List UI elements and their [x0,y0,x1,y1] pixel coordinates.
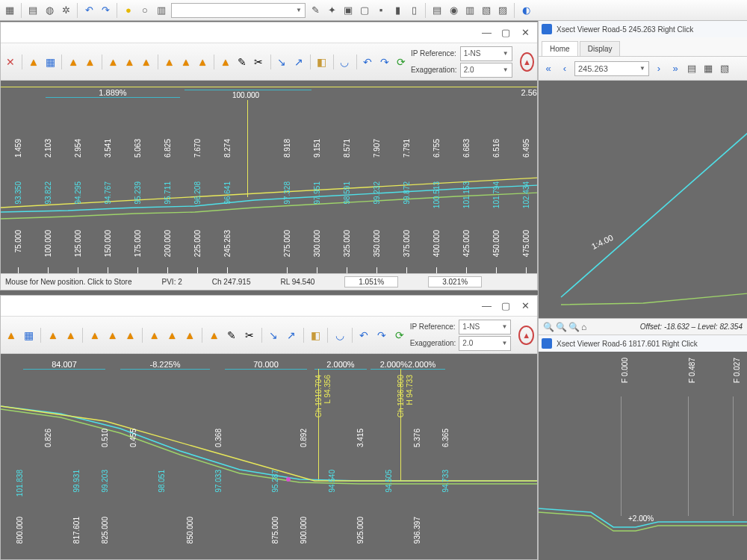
bulb-on-icon[interactable]: ● [122,4,135,17]
refresh-button-2[interactable]: ▲ [518,326,534,345]
maximize-button[interactable]: ▢ [501,27,510,38]
ip2f-icon[interactable]: ▲ [147,324,162,346]
zoom-home-icon[interactable]: ⌂ [581,322,586,332]
xs-tool-a-icon[interactable]: ▤ [685,62,698,75]
zoom-out-icon[interactable]: 🔍 [556,322,567,332]
help-icon[interactable]: ◐ [519,4,533,17]
ip-i-icon[interactable]: ▲ [219,51,232,73]
ip2c-icon[interactable]: ▲ [87,324,102,346]
thin-icon[interactable]: ▯ [407,4,421,17]
minimize-button[interactable]: — [482,27,491,38]
refresh-button[interactable]: ▲ [520,52,534,72]
ip-table-icon[interactable]: ▦ [22,324,37,346]
prev-icon[interactable]: ‹ [558,62,571,75]
undo2-icon[interactable]: ↶ [361,51,374,73]
close-button[interactable]: ✕ [521,300,530,311]
xsect1-canvas[interactable]: 1:4.00 [539,81,747,318]
ip-insert-icon[interactable]: ▲ [27,51,40,73]
ip2e-icon[interactable]: ▲ [123,324,138,346]
chainage-value: 325.000 [343,230,351,257]
undo-icon[interactable]: ↶ [82,4,96,17]
stack2-icon[interactable]: ▧ [480,4,493,17]
ip2h-icon[interactable]: ▲ [182,324,197,346]
ip-insert-icon[interactable]: ▲ [4,324,19,346]
wheel-icon[interactable]: ✲ [59,4,72,17]
eye-icon[interactable]: ◉ [447,4,460,17]
stack3-icon[interactable]: ▨ [496,4,509,17]
close-tool-icon[interactable]: ✕ [4,51,17,73]
cline-icon[interactable]: ↘ [266,324,281,346]
profile-lines-2 [1,354,537,559]
ip-c-icon[interactable]: ▲ [106,51,120,73]
profile-canvas-1[interactable]: 1.889% 2.56 100.000 1.45993.35075.0002.1… [1,81,537,273]
arc2-icon[interactable]: ◡ [332,324,347,346]
zoom-fit-icon[interactable]: 🔍 [568,322,580,332]
level-value: 94.733 [441,470,450,493]
ip-ref-combo[interactable]: 1-NS ▼ [460,46,512,61]
film-icon[interactable]: ▥ [155,4,168,17]
ip2b-icon[interactable]: ▲ [63,324,78,346]
stack-icon[interactable]: ▥ [463,4,477,17]
bulb-off-icon[interactable]: ○ [138,4,152,17]
ip-ref-combo-2[interactable]: 1-NS▼ [459,320,511,335]
refresh-small-icon[interactable]: ⟳ [394,51,408,73]
chevron-down-icon: ▼ [503,66,509,73]
prev-far-icon[interactable]: « [542,62,555,75]
zoom-in-icon[interactable]: 🔍 [543,322,554,332]
ip2a-icon[interactable]: ▲ [46,324,61,346]
corridor-line2-icon[interactable]: ↗ [292,51,306,73]
grid-icon[interactable]: ▦ [3,4,16,17]
maximize-button[interactable]: ▢ [501,300,510,311]
select-icon[interactable]: ▣ [341,4,355,17]
pencil2-icon[interactable]: ✎ [224,324,239,346]
profile-canvas-2[interactable]: 84.007 -8.225% 70.000 2.000% 2.000%2.000… [1,354,537,559]
cube2-icon[interactable]: ◧ [309,324,323,346]
corridor-line-icon[interactable]: ↘ [275,51,288,73]
cs-combo[interactable]: 245.263▼ [574,61,649,76]
scissors2-icon[interactable]: ✂ [242,324,257,346]
xs-tool-b-icon[interactable]: ▦ [701,62,715,75]
close-button[interactable]: ✕ [521,27,530,38]
scissors-icon[interactable]: ✂ [252,51,265,73]
arc-icon[interactable]: ◡ [338,51,351,73]
ip-h-icon[interactable]: ▲ [196,51,209,73]
ip-d-icon[interactable]: ▲ [123,51,136,73]
cube-icon[interactable]: ◧ [314,51,328,73]
layers-icon[interactable]: ▤ [26,4,40,17]
pick-icon[interactable]: ▪ [374,4,388,17]
ip-toolbar-2: ▲ ▦ ▲ ▲ ▲ ▲ ▲ ▲ ▲ ▲ ▲ ✎ ✂ ↘ ↗ ◧ ◡ ↶ ↷ ⟳ … [1,317,537,354]
ip2i-icon[interactable]: ▲ [207,324,222,346]
col-icon[interactable]: ▮ [391,4,404,17]
redo3-icon[interactable]: ↷ [374,324,389,346]
undo3-icon[interactable]: ↶ [356,324,371,346]
ip-b-icon[interactable]: ▲ [83,51,96,73]
exag-combo[interactable]: 2.0 ▼ [460,63,512,78]
diff-value: 7.907 [373,139,381,158]
ip-a-icon[interactable]: ▲ [66,51,80,73]
exag-combo-2[interactable]: 2.0▼ [459,336,511,351]
wand-icon[interactable]: ✎ [309,4,322,17]
ip-table-icon[interactable]: ▦ [43,51,57,73]
ip-g-icon[interactable]: ▲ [179,51,193,73]
refresh2-icon[interactable]: ⟳ [392,324,407,346]
select-rect-icon[interactable]: ▢ [358,4,371,17]
pencil-icon[interactable]: ✎ [235,51,249,73]
redo-icon[interactable]: ↷ [99,4,112,17]
tab-display[interactable]: Display [580,41,621,56]
layer-combo[interactable]: ▼ [171,3,306,18]
erase-icon[interactable]: ✦ [325,4,338,17]
ip2g-icon[interactable]: ▲ [165,324,180,346]
cline2-icon[interactable]: ↗ [284,324,299,346]
ip-f-icon[interactable]: ▲ [163,51,176,73]
tab-home[interactable]: Home [542,41,578,56]
redo2-icon[interactable]: ↷ [377,51,391,73]
next-icon[interactable]: › [652,62,666,75]
globe-icon[interactable]: ◍ [43,4,56,17]
xsect2-canvas[interactable]: F 0.000 F 0.487 F 0.027 +2.00% [539,352,747,560]
next-far-icon[interactable]: » [669,62,682,75]
clipboard-icon[interactable]: ▤ [430,4,444,17]
minimize-button[interactable]: — [482,300,491,311]
ip2d-icon[interactable]: ▲ [105,324,120,346]
xs-tool-c-icon[interactable]: ▧ [718,62,731,75]
ip-e-icon[interactable]: ▲ [140,51,153,73]
